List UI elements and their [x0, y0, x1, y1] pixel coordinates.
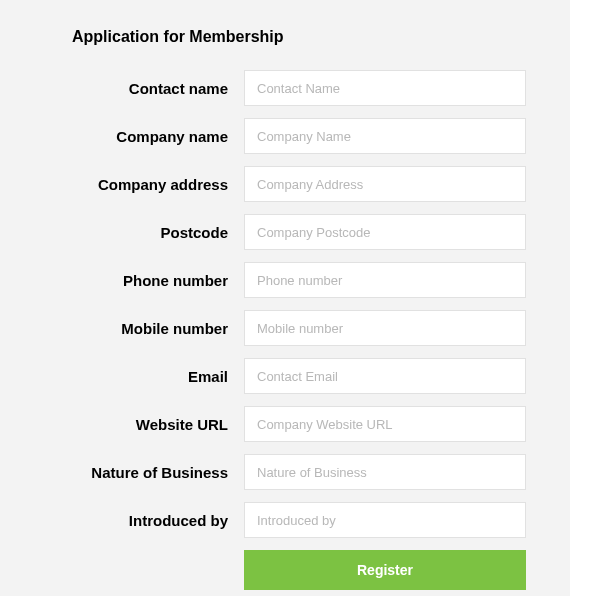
row-nature-of-business: Nature of Business [44, 454, 526, 490]
submit-spacer [44, 550, 244, 590]
row-contact-name: Contact name [44, 70, 526, 106]
label-email: Email [44, 368, 244, 385]
label-contact-name: Contact name [44, 80, 244, 97]
row-email: Email [44, 358, 526, 394]
website-url-input[interactable] [244, 406, 526, 442]
introduced-by-input[interactable] [244, 502, 526, 538]
membership-form-page: Application for Membership Contact name … [0, 0, 570, 596]
row-website-url: Website URL [44, 406, 526, 442]
nature-of-business-input[interactable] [244, 454, 526, 490]
mobile-number-input[interactable] [244, 310, 526, 346]
label-mobile-number: Mobile number [44, 320, 244, 337]
label-postcode: Postcode [44, 224, 244, 241]
row-phone-number: Phone number [44, 262, 526, 298]
postcode-input[interactable] [244, 214, 526, 250]
contact-name-input[interactable] [244, 70, 526, 106]
label-website-url: Website URL [44, 416, 244, 433]
label-phone-number: Phone number [44, 272, 244, 289]
row-postcode: Postcode [44, 214, 526, 250]
label-company-address: Company address [44, 176, 244, 193]
email-input[interactable] [244, 358, 526, 394]
label-introduced-by: Introduced by [44, 512, 244, 529]
label-nature-of-business: Nature of Business [44, 464, 244, 481]
company-name-input[interactable] [244, 118, 526, 154]
row-introduced-by: Introduced by [44, 502, 526, 538]
row-mobile-number: Mobile number [44, 310, 526, 346]
row-company-name: Company name [44, 118, 526, 154]
form-title: Application for Membership [72, 28, 526, 46]
phone-number-input[interactable] [244, 262, 526, 298]
company-address-input[interactable] [244, 166, 526, 202]
register-button[interactable]: Register [244, 550, 526, 590]
submit-row: Register [44, 550, 526, 590]
label-company-name: Company name [44, 128, 244, 145]
row-company-address: Company address [44, 166, 526, 202]
